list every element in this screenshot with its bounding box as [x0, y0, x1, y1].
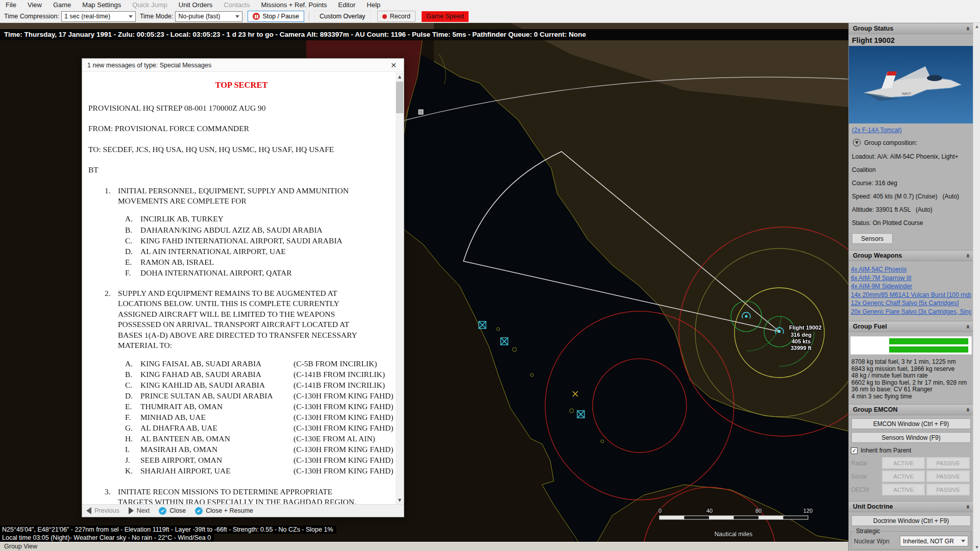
oecm-active-button[interactable]: ACTIVE	[882, 484, 925, 495]
weapon-link[interactable]: 14x 20mm/85 M61A1 Vulcan Burst [100 rnds…	[851, 291, 971, 299]
list-text: INITIAL PERSONNEL, EQUIPMENT, SUPPLY AND…	[118, 186, 358, 207]
list-letter: G.	[125, 422, 140, 433]
collapse-icon[interactable]: »	[963, 408, 971, 412]
status-line: Status: On Plotted Course	[849, 219, 973, 227]
menu-map-settings[interactable]: Map Settings	[77, 0, 127, 10]
list-text: AL AIN INTERNATIONAL AIRPORT, UAE	[140, 246, 286, 257]
menu-game[interactable]: Game	[47, 0, 77, 10]
group-emcon-header[interactable]: Group EMCON »	[849, 404, 973, 415]
doctrine-window-button[interactable]: Doctrine Window (Ctrl + F9)	[851, 515, 971, 526]
sensors-button[interactable]: Sensors	[852, 233, 893, 244]
close-icon[interactable]: ✕	[388, 61, 399, 69]
chevron-down-icon	[235, 15, 239, 18]
menu-view[interactable]: View	[22, 0, 47, 10]
scale-tick-80: 80	[755, 508, 762, 514]
scroll-up-icon[interactable]: ▲	[396, 72, 404, 81]
flight-label-speed: 405 kts	[792, 338, 811, 344]
menu-editor[interactable]: Editor	[333, 0, 361, 10]
altitude-line: Altitude: 33901 ft ASL (Auto)	[849, 206, 973, 214]
stop-pause-icon	[253, 13, 260, 20]
collapse-icon[interactable]: »	[963, 505, 971, 509]
close-label: Close	[169, 507, 186, 514]
collapse-icon[interactable]: »	[963, 254, 971, 258]
record-button[interactable]: Record	[377, 11, 415, 22]
sonar-passive-button[interactable]: PASSIVE	[926, 470, 970, 482]
map-reference-point[interactable]	[419, 110, 423, 114]
flight-name: Flight 19002	[849, 34, 973, 46]
group-status-header[interactable]: Group Status »	[849, 23, 973, 34]
close-resume-label: Close + Resume	[206, 507, 253, 514]
sidebar-scrollbar[interactable]: ▲ ▼	[973, 23, 980, 551]
classification-banner: TOP SECRET	[88, 80, 395, 91]
game-speed-button[interactable]: Game Speed	[422, 11, 469, 22]
list-text: MINHAD AB, UAE	[140, 412, 293, 422]
close-resume-button[interactable]: ✔ Close + Resume	[195, 507, 253, 515]
checkbox-checked-icon[interactable]: ✓	[851, 447, 857, 454]
radar-active-button[interactable]: ACTIVE	[882, 457, 925, 469]
scroll-up-icon[interactable]: ▲	[973, 23, 980, 30]
previous-button[interactable]: Previous	[86, 507, 119, 514]
time-mode-select[interactable]: No-pulse (fast)	[175, 11, 242, 22]
nuclear-wpn-select[interactable]: Inherited, NOT GR	[900, 536, 968, 546]
weapon-link[interactable]: 4x AIM-54C Phoenix	[851, 265, 971, 274]
flight-label-course: 316 deg	[791, 332, 812, 338]
inherit-from-parent-row[interactable]: ✓ Inherit from Parent	[849, 443, 973, 457]
emcon-window-button[interactable]: EMCON Window (Ctrl + F9)	[851, 418, 971, 429]
oecm-passive-button[interactable]: PASSIVE	[926, 484, 970, 495]
doc-list-item-1: 1. INITIAL PERSONNEL, EQUIPMENT, SUPPLY …	[105, 186, 395, 207]
strategic-groupbox: Strategic Nuclear Wpn Inherited, NOT GR	[851, 531, 971, 549]
list-letter: K.	[125, 465, 140, 476]
expand-icon[interactable]: ▼	[853, 139, 861, 146]
list-text: KING KAHLID AB, SAUDI ARABIA	[140, 380, 293, 390]
fuel-bar-fill	[889, 346, 968, 353]
chevron-down-icon	[961, 540, 965, 542]
previous-icon	[86, 507, 91, 514]
loadout-line: Loadout: A/A: AIM-54C Phoenix, Light+ Ba…	[849, 153, 973, 161]
menu-help[interactable]: Help	[361, 0, 386, 10]
group-weapons-header[interactable]: Group Weapons »	[849, 250, 973, 261]
menu-file[interactable]: File	[0, 0, 22, 10]
aircraft-type-link[interactable]: (2x F-14A Tomcat)	[849, 123, 973, 135]
course-line: Course: 316 deg	[849, 180, 973, 187]
message-scrollbar[interactable]: ▲ ▼	[396, 72, 404, 504]
fuel-gauge	[850, 336, 972, 355]
menu-contacts: Contacts	[218, 0, 255, 10]
sensors-window-button[interactable]: Sensors Window (F9)	[851, 432, 971, 443]
emcon-row-sonar: Sonar ACTIVE PASSIVE	[851, 470, 971, 482]
weapon-link[interactable]: 4x AIM-9M Sidewinder	[851, 282, 971, 291]
custom-overlay-button[interactable]: Custom Overlay	[314, 11, 371, 22]
list-note: (C-130E FROM AL AIN)	[293, 433, 375, 444]
weapon-link[interactable]: 6x AIM-7M Sparrow III	[851, 274, 971, 283]
list-letter: B.	[125, 224, 140, 235]
doc-paragraph: PROVISIONAL HQ SITREP 08-001 170000Z AUG…	[88, 103, 395, 113]
scrollbar-thumb[interactable]	[396, 82, 403, 113]
group-fuel-header[interactable]: Group Fuel »	[849, 321, 973, 332]
doc-sublist-1: A.INCIRLIK AB, TURKEY B.DAHARAN/KING ABD…	[125, 213, 395, 278]
time-compression-value: 1 sec (real-time)	[64, 13, 110, 20]
collapse-icon[interactable]: »	[963, 324, 971, 329]
emcon-row-radar: Radar ACTIVE PASSIVE	[851, 457, 971, 469]
unit-doctrine-header[interactable]: Unit Doctrine »	[849, 501, 973, 512]
weapon-link[interactable]: 12x Generic Chaff Salvo [5x Cartridges]	[851, 299, 971, 308]
scroll-down-icon[interactable]: ▼	[396, 496, 404, 504]
scroll-down-icon[interactable]: ▼	[973, 544, 980, 551]
scale-tick-0: 0	[658, 508, 662, 514]
sonar-active-button[interactable]: ACTIVE	[882, 470, 925, 482]
list-letter: E.	[125, 257, 140, 267]
weapon-link[interactable]: 20x Generic Flare Salvo [3x Cartridges, …	[851, 308, 971, 316]
radar-passive-button[interactable]: PASSIVE	[926, 457, 970, 469]
list-text: INCIRLIK AB, TURKEY	[140, 213, 224, 224]
inherit-from-parent-label: Inherit from Parent	[861, 447, 911, 454]
time-compression-select[interactable]: 1 sec (real-time)	[61, 11, 136, 22]
group-composition-row[interactable]: ▼ Group composition:	[849, 135, 973, 147]
menu-unit-orders[interactable]: Unit Orders	[173, 0, 218, 10]
chevron-down-icon	[129, 15, 133, 18]
stop-pause-button[interactable]: Stop / Pause	[248, 11, 304, 22]
emcon-grid: Radar ACTIVE PASSIVE Sonar ACTIVE PASSIV…	[849, 457, 973, 501]
collapse-icon[interactable]: »	[963, 27, 971, 31]
list-note: (C-130H FROM KING FAHD)	[293, 401, 394, 412]
menu-missions-ref-points[interactable]: Missions + Ref. Points	[256, 0, 333, 10]
next-button[interactable]: Next	[129, 507, 150, 514]
list-note: (C-141B FROM INCIRLIK)	[293, 369, 385, 380]
close-button[interactable]: ✔ Close	[159, 507, 186, 515]
